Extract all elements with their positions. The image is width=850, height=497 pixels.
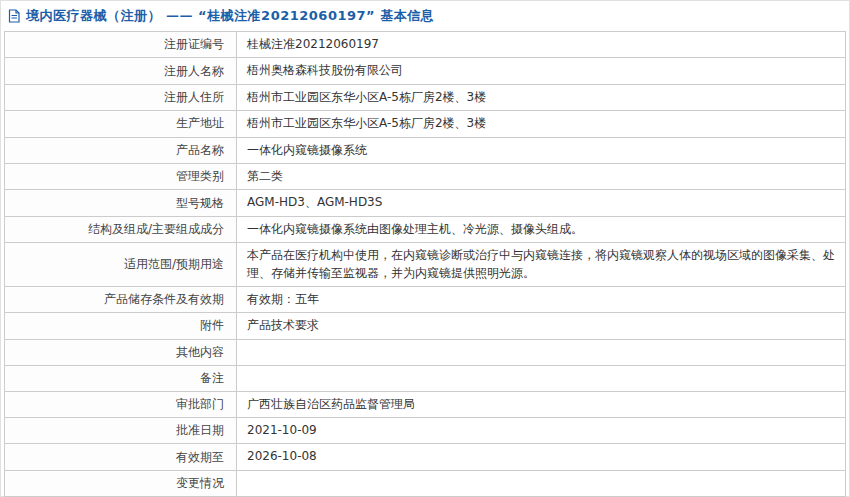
row-value: 2021-10-09 bbox=[237, 418, 846, 444]
row-label: 结构及组成/主要组成成分 bbox=[5, 217, 237, 243]
table-row-valid-until: 有效期至 2026-10-08 bbox=[5, 444, 846, 470]
row-value: 本产品在医疗机构中使用，在内窥镜诊断或治疗中与内窥镜连接，将内窥镜观察人体的视场… bbox=[237, 243, 846, 287]
row-label: 审批部门 bbox=[5, 392, 237, 418]
table-row-production-address: 生产地址 梧州市工业园区东华小区A-5栋厂房2楼、3楼 bbox=[5, 111, 846, 137]
document-icon bbox=[7, 9, 21, 23]
table-row-registrant-address: 注册人住所 梧州市工业园区东华小区A-5栋厂房2楼、3楼 bbox=[5, 85, 846, 111]
table-row-approval-department: 审批部门 广西壮族自治区药品监督管理局 bbox=[5, 392, 846, 418]
row-value: 梧州奥格森科技股份有限公司 bbox=[237, 58, 846, 84]
row-value: AGM-HD3、AGM-HD3S bbox=[237, 190, 846, 216]
row-label: 批准日期 bbox=[5, 418, 237, 444]
table-row-registrant-name: 注册人名称 梧州奥格森科技股份有限公司 bbox=[5, 58, 846, 84]
page-header: 境内医疗器械（注册） —— “桂械注准20212060197” 基本信息 bbox=[1, 1, 849, 31]
row-label: 注册证编号 bbox=[5, 32, 237, 58]
row-label: 注册人名称 bbox=[5, 58, 237, 84]
row-label: 其他内容 bbox=[5, 340, 237, 366]
table-row-model-spec: 型号规格 AGM-HD3、AGM-HD3S bbox=[5, 190, 846, 216]
row-value: 广西壮族自治区药品监督管理局 bbox=[237, 392, 846, 418]
table-row-remarks: 备注 bbox=[5, 366, 846, 392]
table-row-product-name: 产品名称 一体化内窥镜摄像系统 bbox=[5, 138, 846, 164]
row-value: 一体化内窥镜摄像系统 bbox=[237, 138, 846, 164]
row-label: 有效期至 bbox=[5, 444, 237, 470]
row-label: 备注 bbox=[5, 366, 237, 392]
row-value: 第二类 bbox=[237, 164, 846, 190]
table-row-attachment: 附件 产品技术要求 bbox=[5, 313, 846, 339]
row-label: 产品储存条件及有效期 bbox=[5, 287, 237, 313]
registration-info-table: 注册证编号 桂械注准20212060197 注册人名称 梧州奥格森科技股份有限公… bbox=[4, 31, 846, 497]
table-row-change-status: 变更情况 bbox=[5, 471, 846, 497]
registration-info-page: 境内医疗器械（注册） —— “桂械注准20212060197” 基本信息 注册证… bbox=[0, 0, 850, 497]
row-label: 附件 bbox=[5, 313, 237, 339]
table-row-intended-use: 适用范围/预期用途 本产品在医疗机构中使用，在内窥镜诊断或治疗中与内窥镜连接，将… bbox=[5, 243, 846, 287]
row-value: 2026-10-08 bbox=[237, 444, 846, 470]
row-value: 梧州市工业园区东华小区A-5栋厂房2楼、3楼 bbox=[237, 111, 846, 137]
row-value: 一体化内窥镜摄像系统由图像处理主机、冷光源、摄像头组成。 bbox=[237, 217, 846, 243]
table-row-cert-number: 注册证编号 桂械注准20212060197 bbox=[5, 32, 846, 58]
row-label: 注册人住所 bbox=[5, 85, 237, 111]
row-value: 有效期：五年 bbox=[237, 287, 846, 313]
row-value bbox=[237, 340, 846, 366]
table-row-storage-validity: 产品储存条件及有效期 有效期：五年 bbox=[5, 287, 846, 313]
row-value: 产品技术要求 bbox=[237, 313, 846, 339]
row-label: 生产地址 bbox=[5, 111, 237, 137]
row-label: 管理类别 bbox=[5, 164, 237, 190]
row-label: 适用范围/预期用途 bbox=[5, 243, 237, 287]
row-value bbox=[237, 471, 846, 497]
row-value: 桂械注准20212060197 bbox=[237, 32, 846, 58]
row-label: 变更情况 bbox=[5, 471, 237, 497]
row-label: 型号规格 bbox=[5, 190, 237, 216]
page-title: 境内医疗器械（注册） —— “桂械注准20212060197” 基本信息 bbox=[26, 7, 434, 25]
row-value bbox=[237, 366, 846, 392]
table-row-approval-date: 批准日期 2021-10-09 bbox=[5, 418, 846, 444]
table-row-management-category: 管理类别 第二类 bbox=[5, 164, 846, 190]
table-row-other-content: 其他内容 bbox=[5, 340, 846, 366]
row-value: 梧州市工业园区东华小区A-5栋厂房2楼、3楼 bbox=[237, 85, 846, 111]
table-row-composition: 结构及组成/主要组成成分 一体化内窥镜摄像系统由图像处理主机、冷光源、摄像头组成… bbox=[5, 217, 846, 243]
row-label: 产品名称 bbox=[5, 138, 237, 164]
